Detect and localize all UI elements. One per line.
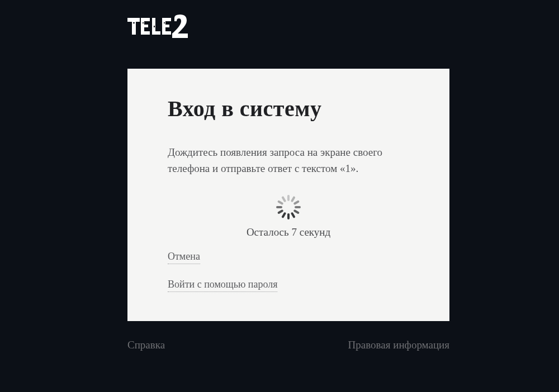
page-title: Вход в систему: [168, 95, 409, 122]
spinner-container: [168, 195, 409, 222]
brand-logo: [127, 15, 189, 39]
svg-rect-11: [162, 31, 171, 35]
svg-rect-14: [154, 26, 155, 27]
cancel-link[interactable]: Отмена: [168, 251, 200, 264]
svg-rect-10: [162, 25, 169, 27]
password-login-link[interactable]: Войти с помощью пароля: [168, 279, 277, 292]
svg-rect-13: [143, 22, 144, 23]
help-link[interactable]: Справка: [127, 339, 165, 351]
svg-rect-1: [132, 18, 136, 35]
svg-rect-12: [133, 22, 135, 23]
svg-rect-3: [141, 18, 150, 21]
instructions-text: Дождитесь появления запроса на экране св…: [168, 144, 391, 177]
svg-rect-15: [164, 22, 165, 23]
login-card: Вход в систему Дождитесь появления запро…: [127, 69, 449, 321]
svg-rect-5: [141, 31, 150, 35]
loading-spinner-icon: [276, 195, 301, 219]
legal-link[interactable]: Правовая информация: [348, 339, 449, 351]
svg-rect-4: [141, 25, 148, 27]
footer: Справка Правовая информация: [127, 339, 449, 351]
countdown-text: Осталось 7 секунд: [168, 226, 409, 238]
svg-rect-9: [162, 18, 171, 21]
svg-rect-7: [152, 31, 160, 35]
